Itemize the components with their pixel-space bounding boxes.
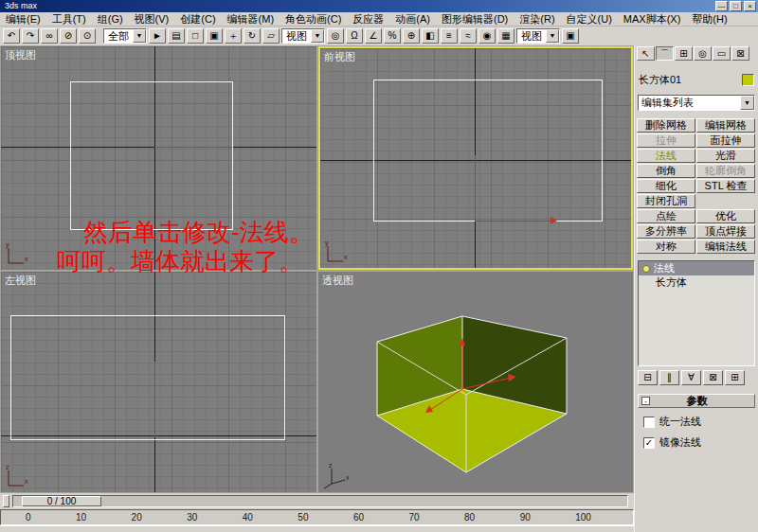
menu-item-customize[interactable]: 自定义(U) (561, 12, 618, 26)
make-unique-icon[interactable]: ∀ (681, 370, 701, 385)
select-by-name-icon[interactable]: ▤ (168, 28, 185, 44)
show-end-result-icon[interactable]: ∥ (659, 370, 679, 385)
svg-text:z: z (6, 465, 9, 470)
modifier-list-dropdown[interactable]: 编辑集列表 ▼ (638, 95, 755, 111)
material-editor-icon[interactable]: ◉ (478, 28, 496, 44)
redo-icon[interactable]: ↷ (22, 28, 39, 44)
viewport-perspective-label[interactable]: 透视图 (322, 274, 353, 288)
tab-hierarchy-icon[interactable]: ⊞ (675, 46, 693, 61)
quick-render-icon[interactable]: ▣ (562, 28, 579, 44)
button-bevel[interactable]: 倒角 (637, 164, 695, 178)
menu-item-character[interactable]: 角色动画(C) (280, 12, 347, 26)
unlink-icon[interactable]: ⊘ (60, 28, 77, 44)
use-center-icon[interactable]: ◎ (327, 28, 344, 44)
percent-snap-icon[interactable]: % (384, 28, 401, 44)
pin-stack-icon[interactable]: ⊟ (638, 370, 658, 385)
chevron-down-icon[interactable]: ▼ (740, 96, 754, 110)
reference-coordinate-dropdown[interactable]: 视图 ▼ (281, 28, 325, 44)
scale-icon[interactable]: ▱ (262, 28, 280, 44)
menu-item-modifiers[interactable]: 编辑器(M) (222, 12, 280, 26)
tab-utilities-icon[interactable]: ⊠ (731, 46, 749, 61)
viewport-perspective[interactable]: 透视图 z (318, 272, 633, 492)
align-icon[interactable]: ≡ (441, 28, 458, 44)
button-face-extrude[interactable]: 面拉伸 (696, 133, 755, 148)
tab-modify-icon[interactable]: ⌒ (656, 46, 674, 61)
button-edit-normals[interactable]: 编辑法线 (696, 239, 755, 254)
object-color-swatch[interactable] (742, 74, 754, 86)
bulb-icon[interactable] (642, 265, 650, 273)
viewport-top-label[interactable]: 顶视图 (5, 48, 36, 62)
time-slider-handle[interactable]: 0 / 100 (22, 496, 101, 506)
button-vertex-weld[interactable]: 顶点焊接 (696, 224, 755, 239)
angle-snap-icon[interactable]: ∠ (365, 28, 382, 44)
tab-create-icon[interactable]: ↖ (637, 46, 655, 61)
button-optimize[interactable]: 优化 (696, 209, 755, 223)
viewport-left-label[interactable]: 左视图 (5, 274, 36, 288)
render-setup-icon[interactable]: ▦ (497, 28, 514, 44)
crossing-selection-icon[interactable]: ▣ (206, 28, 223, 44)
render-type-dropdown[interactable]: 视图 ▼ (516, 28, 560, 44)
menu-item-views[interactable]: 视图(V) (129, 12, 175, 26)
tab-display-icon[interactable]: ▭ (713, 46, 731, 61)
bind-spacewarp-icon[interactable]: ⊙ (79, 28, 96, 44)
checkbox-unify-normals[interactable]: ✓ 统一法线 (643, 415, 750, 429)
button-symmetry[interactable]: 对称 (637, 239, 695, 254)
menu-item-graph-editors[interactable]: 图形编辑器(D) (436, 12, 514, 26)
button-edit-mesh[interactable]: 编辑网格 (696, 118, 755, 133)
menu-item-edit[interactable]: 编辑(E) (0, 12, 46, 26)
toolbar-grip[interactable] (3, 495, 9, 507)
viewport-left[interactable]: 左视图 z x (1, 272, 316, 492)
select-link-icon[interactable]: ∞ (41, 28, 58, 44)
configure-sets-icon[interactable]: ⊞ (725, 370, 745, 385)
curve-editor-icon[interactable]: ≈ (460, 28, 477, 44)
rotate-icon[interactable]: ↻ (244, 28, 261, 44)
button-smooth[interactable]: 光滑 (696, 149, 755, 163)
menu-item-maxscript[interactable]: MAX脚本(X) (618, 12, 687, 26)
move-icon[interactable]: ＋ (225, 28, 242, 44)
button-stl-check[interactable]: STL 检查 (696, 179, 755, 193)
stack-item-box[interactable]: 长方体 (639, 275, 754, 290)
checkbox-flip-normals[interactable]: ✓ 镜像法线 (643, 435, 750, 450)
button-vertex-paint[interactable]: 点绘 (637, 209, 695, 223)
button-cap-holes[interactable]: 封闭孔洞 (637, 194, 695, 208)
rollout-header[interactable]: - 参数 (638, 394, 755, 408)
viewport-front-label[interactable]: 前视图 (324, 50, 355, 64)
chevron-down-icon[interactable]: ▼ (133, 29, 146, 43)
button-extrude[interactable]: 拉伸 (637, 133, 695, 148)
track-bar[interactable]: 0 10 20 30 40 50 60 70 80 90 100 (0, 509, 634, 525)
chevron-down-icon[interactable]: ▼ (546, 29, 559, 43)
menu-item-group[interactable]: 组(G) (92, 12, 129, 26)
axis-tripod-icon: y x (5, 242, 29, 267)
spinner-snap-icon[interactable]: ⊕ (403, 28, 420, 44)
select-object-icon[interactable]: ► (149, 28, 166, 44)
tab-motion-icon[interactable]: ◎ (694, 46, 712, 61)
menu-item-tools[interactable]: 工具(T) (46, 12, 92, 26)
menu-item-help[interactable]: 帮助(H) (686, 12, 732, 26)
button-multires[interactable]: 多分辨率 (637, 224, 695, 239)
button-bevel-profile[interactable]: 轮廓倒角 (696, 164, 755, 178)
axis-tripod-icon: z x (5, 465, 29, 489)
menu-item-rendering[interactable]: 渲染(R) (514, 12, 560, 26)
button-normal[interactable]: 法线 (637, 149, 695, 163)
undo-icon[interactable]: ↶ (3, 28, 20, 44)
maximize-icon[interactable]: □ (730, 1, 742, 11)
button-tessellate[interactable]: 细化 (637, 179, 695, 193)
collapse-icon[interactable]: - (641, 397, 650, 405)
checkbox-icon[interactable]: ✓ (643, 437, 655, 449)
button-delete-mesh[interactable]: 删除网格 (637, 118, 695, 133)
checkbox-icon[interactable]: ✓ (643, 417, 655, 428)
minimize-icon[interactable]: — (715, 1, 728, 11)
rect-selection-icon[interactable]: □ (187, 28, 204, 44)
snap-toggle-icon[interactable]: Ω (346, 28, 363, 44)
selection-filter-dropdown[interactable]: 全部 ▼ (103, 28, 147, 44)
remove-modifier-icon[interactable]: ⊠ (703, 370, 723, 385)
mirror-icon[interactable]: ◧ (422, 28, 439, 44)
viewport-front[interactable]: 前视图 y x (318, 46, 633, 270)
menu-item-animation[interactable]: 动画(A) (389, 12, 436, 26)
menu-item-create[interactable]: 创建(C) (174, 12, 221, 26)
menu-item-reactor[interactable]: 反应器 (347, 12, 389, 26)
chevron-down-icon[interactable]: ▼ (311, 29, 324, 43)
close-icon[interactable]: × (744, 1, 756, 11)
stack-item-normal[interactable]: 法线 (639, 261, 754, 275)
time-slider-track[interactable]: 0 / 100 (12, 495, 628, 507)
